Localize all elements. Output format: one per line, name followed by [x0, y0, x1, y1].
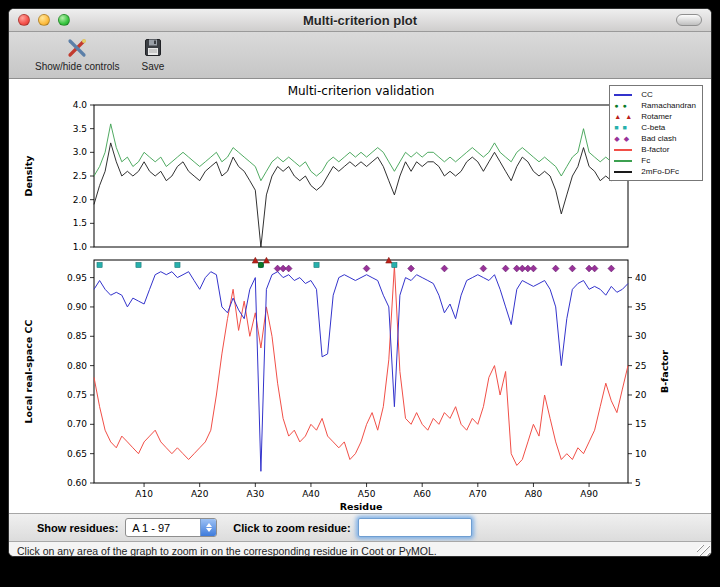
legend-label: Rotamer	[641, 111, 672, 122]
legend-marker-icon: ◆ ◆	[614, 133, 638, 144]
svg-text:A20: A20	[191, 489, 209, 499]
legend-label: C-beta	[641, 122, 665, 133]
minimize-button[interactable]	[38, 14, 50, 26]
svg-text:Multi-criterion validation: Multi-criterion validation	[288, 84, 435, 98]
svg-text:35: 35	[635, 302, 646, 312]
show-residues-label: Show residues:	[37, 522, 118, 534]
legend-label: B-factor	[641, 144, 669, 155]
legend-item: CC	[614, 89, 696, 100]
zoom-residue-input[interactable]	[358, 518, 472, 537]
save-icon	[143, 36, 163, 60]
svg-text:0.90: 0.90	[67, 302, 87, 312]
legend-marker-icon: ▲ ▲	[614, 111, 638, 122]
svg-text:3.5: 3.5	[73, 124, 87, 134]
legend-line-swatch	[614, 149, 638, 151]
status-bar: Click on any area of the graph to zoom i…	[9, 541, 711, 557]
legend-label: 2mFo-DFc	[641, 166, 679, 177]
legend-item: ● ●Ramachandran	[614, 100, 696, 111]
svg-text:Residue: Residue	[340, 501, 383, 511]
legend-label: Bad clash	[641, 133, 676, 144]
residue-range-select[interactable]: A 1 - 97	[125, 518, 217, 537]
legend-item: ◆ ◆Bad clash	[614, 133, 696, 144]
toolbar-toggle-button[interactable]	[676, 14, 702, 26]
multi-criterion-plot[interactable]: Multi-criterion validation1.01.52.02.53.…	[16, 81, 706, 511]
stepper[interactable]	[200, 519, 216, 536]
svg-text:Density: Density	[23, 155, 34, 197]
svg-text:A10: A10	[135, 489, 153, 499]
legend-item: Fc	[614, 155, 696, 166]
svg-text:2.0: 2.0	[73, 195, 88, 205]
svg-text:A90: A90	[580, 489, 598, 499]
residue-range-value: A 1 - 97	[126, 522, 170, 534]
legend-label: Fc	[641, 155, 650, 166]
legend-label: Ramachandran	[641, 100, 696, 111]
svg-text:30: 30	[635, 331, 647, 341]
save-button[interactable]: Save	[142, 32, 165, 72]
svg-text:0.95: 0.95	[67, 273, 87, 283]
svg-text:20: 20	[635, 390, 647, 400]
controls-bar: Show residues: A 1 - 97 Click to zoom re…	[9, 513, 711, 541]
svg-text:40: 40	[635, 273, 647, 283]
title-bar[interactable]: Multi-criterion plot	[9, 9, 711, 32]
svg-text:A30: A30	[247, 489, 265, 499]
svg-text:0.70: 0.70	[67, 419, 87, 429]
svg-text:5: 5	[635, 478, 641, 488]
legend-item: ■ ■C-beta	[614, 122, 696, 133]
plot-area: Multi-criterion validation1.01.52.02.53.…	[9, 79, 711, 513]
svg-text:25: 25	[635, 361, 646, 371]
legend-item: B-factor	[614, 144, 696, 155]
controls-icon	[65, 36, 89, 60]
svg-text:2.5: 2.5	[73, 171, 87, 181]
legend-line-swatch	[614, 171, 638, 173]
resize-grip[interactable]	[697, 545, 710, 557]
window-title: Multi-criterion plot	[303, 13, 417, 28]
svg-text:1.0: 1.0	[73, 242, 88, 252]
svg-text:B-factor: B-factor	[659, 350, 670, 393]
legend-line-swatch	[614, 94, 638, 96]
svg-text:0.85: 0.85	[67, 331, 87, 341]
svg-text:0.75: 0.75	[67, 390, 87, 400]
status-text: Click on any area of the graph to zoom i…	[17, 545, 437, 557]
legend-label: CC	[641, 89, 653, 100]
show-hide-controls-button[interactable]: Show/hide controls	[35, 32, 120, 72]
legend-line-swatch	[614, 160, 638, 162]
stepper-up-icon	[206, 523, 212, 527]
svg-text:0.60: 0.60	[67, 478, 87, 488]
svg-text:A40: A40	[302, 489, 320, 499]
svg-text:10: 10	[635, 449, 647, 459]
plot-legend: CC● ●Ramachandran▲ ▲Rotamer■ ■C-beta◆ ◆B…	[609, 85, 703, 181]
svg-text:A80: A80	[525, 489, 543, 499]
stepper-down-icon	[206, 528, 212, 532]
show-hide-controls-label: Show/hide controls	[35, 61, 120, 72]
svg-text:A70: A70	[469, 489, 487, 499]
app-window: Multi-criterion plot Show/hide controls	[8, 8, 712, 557]
legend-marker-icon: ■ ■	[614, 122, 638, 133]
svg-text:15: 15	[635, 419, 646, 429]
legend-item: 2mFo-DFc	[614, 166, 696, 177]
svg-text:3.0: 3.0	[73, 147, 88, 157]
svg-text:1.5: 1.5	[73, 218, 87, 228]
svg-text:0.80: 0.80	[67, 361, 87, 371]
svg-text:Local real-space CC: Local real-space CC	[23, 319, 34, 423]
close-button[interactable]	[18, 14, 30, 26]
svg-text:4.0: 4.0	[73, 100, 88, 110]
legend-item: ▲ ▲Rotamer	[614, 111, 696, 122]
legend-marker-icon: ● ●	[614, 100, 638, 111]
zoom-window-button[interactable]	[58, 14, 70, 26]
svg-text:0.65: 0.65	[67, 449, 87, 459]
save-label: Save	[142, 61, 165, 72]
toolbar: Show/hide controls Save	[9, 32, 711, 79]
svg-text:A60: A60	[413, 489, 431, 499]
zoom-residue-label: Click to zoom residue:	[233, 522, 350, 534]
svg-text:A50: A50	[358, 489, 376, 499]
